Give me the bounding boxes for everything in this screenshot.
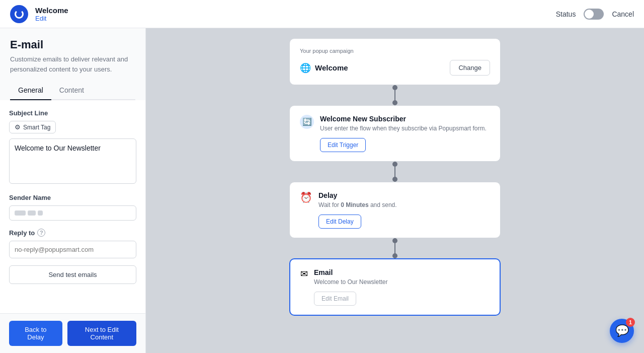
connector-dot-top-3 [392,238,397,243]
nav-edit-link[interactable]: Edit [35,15,68,22]
cancel-button[interactable]: Cancel [612,10,634,18]
chat-icon: 💬 [615,324,629,337]
connector-2 [394,162,395,182]
sender-dot-3 [38,210,43,216]
back-button[interactable]: Back to Delay [9,321,62,346]
bottom-buttons: Back to Delay Next to Edit Content [0,313,145,353]
popup-campaign-card: Your popup campaign 🌐 Welcome Change [289,38,501,85]
smart-tag-label: Smart Tag [23,124,50,131]
delay-text-area: Delay Wait for 0 Minutes and send. Edit … [318,191,397,229]
left-panel-header: E-mail Customize emails to deliver relev… [0,28,145,100]
delay-description: Wait for 0 Minutes and send. [318,201,397,208]
edit-trigger-button[interactable]: Edit Trigger [320,138,366,152]
subject-line-label: Subject Line [9,109,136,117]
flow-container: Your popup campaign 🌐 Welcome Change [289,38,501,316]
trigger-description: User enter the flow when they subscribe … [320,125,487,132]
reply-to-text: Reply to [9,229,35,237]
email-title: E-mail [10,38,135,51]
logo [10,5,28,23]
delay-body: ⏰ Delay Wait for 0 Minutes and send. Edi… [300,191,490,229]
edit-delay-button[interactable]: Edit Delay [318,215,361,229]
delay-wait-text-1: Wait for [318,201,341,208]
connector-dot-bottom [392,100,397,105]
next-button[interactable]: Next to Edit Content [67,321,136,346]
popup-left: 🌐 Welcome [300,62,348,74]
popup-name: Welcome [315,63,348,72]
subject-textarea[interactable]: Welcome to Our Newsletter [9,138,136,184]
send-test-button[interactable]: Send test emails [9,265,136,284]
email-name: Email [314,268,388,276]
sender-name-input[interactable] [9,205,136,221]
form-card: Subject Line ⚙ Smart Tag Welcome to Our … [0,100,145,313]
sender-dot-1 [15,210,26,216]
delay-wait-bold: 0 Minutes [341,201,368,208]
smart-tag-button[interactable]: ⚙ Smart Tag [9,121,56,133]
reply-to-input[interactable] [9,241,136,258]
trigger-text: Welcome New Subscriber User enter the fl… [320,115,487,152]
connector-dot-bottom-2 [392,177,397,182]
delay-wait-text-2: and send. [369,201,397,208]
delay-name: Delay [318,191,397,199]
change-button[interactable]: Change [450,60,490,76]
email-card: ✉ Email Welcome to Our Newsletter Edit E… [289,258,501,316]
trigger-icon: 🔄 [300,115,314,129]
nav-right: Status Cancel [556,9,634,20]
sender-dots [15,210,43,216]
connector-1 [394,85,395,105]
reply-to-label: Reply to ? [9,229,136,237]
delay-card: ⏰ Delay Wait for 0 Minutes and send. Edi… [289,182,501,238]
chat-bubble[interactable]: 💬 1 [610,319,634,343]
connector-dot-top [392,85,397,90]
main-content: E-mail Customize emails to deliver relev… [0,28,644,353]
delay-icon: ⏰ [300,191,312,203]
trigger-name: Welcome New Subscriber [320,115,487,123]
tab-content[interactable]: Content [51,82,92,100]
trigger-card: 🔄 Welcome New Subscriber User enter the … [289,105,501,162]
connector-dot-bottom-3 [392,253,397,258]
popup-campaign-label: Your popup campaign [300,48,490,54]
connector-3 [394,238,395,258]
globe-icon: 🌐 [300,62,311,74]
sender-dot-2 [28,210,36,216]
email-icon: ✉ [300,268,308,279]
email-description: Welcome to Our Newsletter [314,278,388,286]
toggle-knob [585,10,594,19]
status-label: Status [556,10,576,18]
tab-general[interactable]: General [10,82,51,100]
connector-dot-top-2 [392,162,397,167]
right-panel: Your popup campaign 🌐 Welcome Change [146,28,644,353]
trigger-body: 🔄 Welcome New Subscriber User enter the … [300,115,490,152]
tabs: General Content [10,82,135,100]
smart-tag-icon: ⚙ [15,123,21,131]
left-panel: E-mail Customize emails to deliver relev… [0,28,146,353]
status-toggle[interactable] [584,9,604,20]
connector-line [394,90,395,100]
email-text-area: Email Welcome to Our Newsletter Edit Ema… [314,268,388,306]
nav-title: Welcome [35,6,68,15]
top-nav: Welcome Edit Status Cancel [0,0,644,28]
email-desc: Customize emails to deliver relevant and… [10,54,135,74]
connector-line-3 [394,243,395,253]
email-body: ✉ Email Welcome to Our Newsletter Edit E… [300,268,490,306]
edit-email-button[interactable]: Edit Email [314,292,356,306]
nav-title-area: Welcome Edit [35,6,68,22]
chat-badge: 1 [626,318,635,327]
sender-name-label: Sender Name [9,194,136,201]
help-icon[interactable]: ? [37,229,45,237]
connector-line-2 [394,167,395,177]
popup-row: 🌐 Welcome Change [300,60,490,76]
logo-inner [15,10,24,19]
